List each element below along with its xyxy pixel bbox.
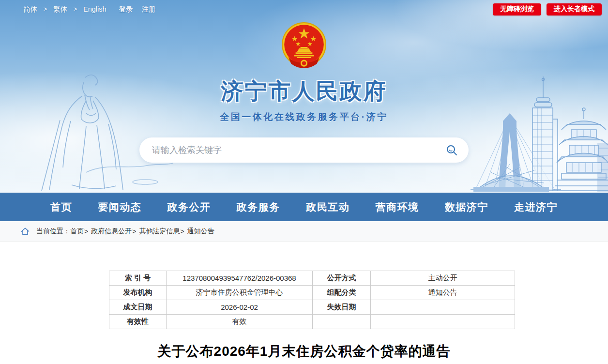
meta-value-category: 通知公告 [371,286,515,300]
breadcrumb-item-gov-info[interactable]: 政府信息公开 [91,227,132,236]
meta-label-category: 组配分类 [313,286,371,300]
cityscape-line-art [462,71,608,193]
document-meta-table: 索 引 号 123708004939547762/2026-00368 公开方式… [109,271,515,329]
topbar-actions: 无障碍浏览 进入长者模式 [487,3,602,15]
breadcrumb-separator: > [132,228,136,235]
meta-label-expiry: 失效日期 [313,300,371,315]
platform-subtitle: 全国一体化在线政务服务平台·济宁 [220,111,388,123]
meta-label-empty [313,315,371,329]
article-title: 关于公布2026年1月末住房公积金个贷率的通告 [0,342,608,361]
meta-label-date: 成文日期 [109,300,167,315]
lang-simplified-link[interactable]: 简体 [23,5,37,14]
nav-item-services[interactable]: 政务服务 [237,200,280,214]
meta-value-publicity: 主动公开 [371,271,515,286]
meta-label-publicity: 公开方式 [313,271,371,286]
lang-separator: > [74,6,77,13]
site-header: 简体 > 繁体 > English 登录 注册 无障碍浏览 进入长者模式 济宁市… [0,0,608,193]
breadcrumb: 当前位置： 首页 > 政府信息公开 > 其他法定信息 > 通知公告 [0,221,608,242]
nav-item-interaction[interactable]: 政民互动 [306,200,350,214]
search-button[interactable] [445,144,458,156]
meta-value-expiry [371,300,515,315]
breadcrumb-prefix: 当前位置： [36,227,70,236]
nav-item-about[interactable]: 走进济宁 [514,200,558,214]
lang-english-link[interactable]: English [83,5,106,13]
main-nav: 首页 要闻动态 政务公开 政务服务 政民互动 营商环境 数据济宁 走进济宁 [0,193,608,221]
nav-item-news[interactable]: 要闻动态 [98,200,141,214]
main-content: 索 引 号 123708004939547762/2026-00368 公开方式… [0,271,608,361]
breadcrumb-item-notices[interactable]: 通知公告 [187,227,214,236]
meta-label-index: 索 引 号 [109,271,167,286]
breadcrumb-separator: > [180,228,184,235]
search-input[interactable] [152,145,445,155]
lang-traditional-link[interactable]: 繁体 [53,5,67,14]
nav-item-home[interactable]: 首页 [50,200,72,214]
login-link[interactable]: 登录 [119,5,133,14]
meta-label-validity: 有效性 [109,315,167,329]
topbar: 简体 > 繁体 > English 登录 注册 无障碍浏览 进入长者模式 [0,0,608,18]
table-row: 发布机构 济宁市住房公积金管理中心 组配分类 通知公告 [109,286,515,300]
nav-item-data[interactable]: 数据济宁 [445,200,488,214]
language-switcher: 简体 > 繁体 > English 登录 注册 [23,5,156,14]
breadcrumb-separator: > [84,228,88,235]
register-link[interactable]: 注册 [142,5,156,14]
breadcrumb-item-home[interactable]: 首页 [70,227,84,236]
nav-item-business-env[interactable]: 营商环境 [375,200,419,214]
meta-value-empty [371,315,515,329]
nav-item-gov-info[interactable]: 政务公开 [167,200,211,214]
elder-mode-button[interactable]: 进入长者模式 [547,3,602,15]
meta-label-issuer: 发布机构 [109,286,167,300]
national-emblem-icon [279,21,329,71]
home-icon[interactable] [20,227,30,236]
search-bar [139,137,469,163]
meta-value-date: 2026-02-02 [167,300,313,315]
lang-separator: > [44,6,47,13]
meta-value-issuer: 济宁市住房公积金管理中心 [167,286,313,300]
accessibility-button[interactable]: 无障碍浏览 [493,3,541,15]
meta-value-validity: 有效 [167,315,313,329]
meta-value-index: 123708004939547762/2026-00368 [167,271,313,286]
breadcrumb-item-other-legal[interactable]: 其他法定信息 [139,227,180,236]
table-row: 索 引 号 123708004939547762/2026-00368 公开方式… [109,271,515,286]
search-icon [445,144,458,156]
confucius-line-art [14,63,173,193]
site-title: 济宁市人民政府 [221,76,387,106]
table-row: 成文日期 2026-02-02 失效日期 [109,300,515,315]
table-row: 有效性 有效 [109,315,515,329]
